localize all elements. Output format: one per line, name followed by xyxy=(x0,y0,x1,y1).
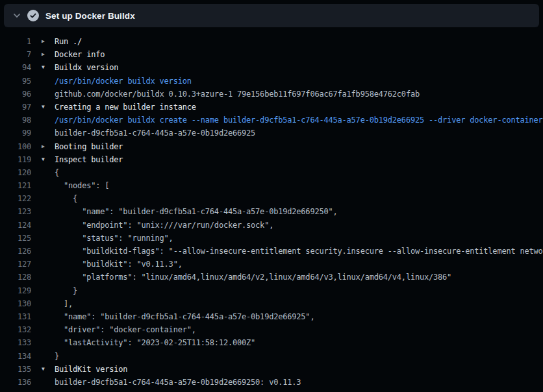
line-number-link[interactable]: 119 xyxy=(0,153,31,166)
group-arrow-icon xyxy=(31,232,55,245)
line-number-link[interactable]: 121 xyxy=(0,179,31,192)
expanded-arrow-icon[interactable]: ▼ xyxy=(31,153,55,166)
log-line: 123 "name": "builder-d9cfb5a1-c764-445a-… xyxy=(0,205,543,218)
group-arrow-icon xyxy=(31,284,55,297)
line-text: "endpoint": "unix:///var/run/docker.sock… xyxy=(55,219,543,232)
line-text: } xyxy=(55,284,543,297)
collapsed-arrow-icon[interactable]: ▶ xyxy=(31,35,55,48)
log-line: 133 "lastActivity": "2023-02-25T11:58:12… xyxy=(0,336,543,349)
line-text: "platforms": "linux/amd64,linux/amd64/v2… xyxy=(55,271,543,284)
group-arrow-icon xyxy=(31,75,55,88)
log-line: 98 /usr/bin/docker buildx create --name … xyxy=(0,114,543,127)
line-text: "nodes": [ xyxy=(55,179,543,192)
log-line: 127 "buildkit": "v0.11.3", xyxy=(0,258,543,271)
group-arrow-icon xyxy=(31,258,55,271)
line-number-link[interactable]: 94 xyxy=(0,61,31,74)
line-number-link[interactable]: 136 xyxy=(0,376,31,389)
line-number-link[interactable]: 128 xyxy=(0,271,31,284)
line-text: /usr/bin/docker buildx version xyxy=(55,75,543,88)
log-line: 95 /usr/bin/docker buildx version xyxy=(0,75,543,88)
log-line[interactable]: 7 ▶ Docker info xyxy=(0,48,543,61)
log-line: 134 } xyxy=(0,350,543,363)
log-line: 132 "driver": "docker-container", xyxy=(0,323,543,336)
log-line[interactable]: 1 ▶ Run ./ xyxy=(0,35,543,48)
log-line: 129 } xyxy=(0,284,543,297)
log-line: 122 { xyxy=(0,192,543,205)
line-number-link[interactable]: 100 xyxy=(0,140,31,153)
line-number-link[interactable]: 126 xyxy=(0,245,31,258)
group-arrow-icon xyxy=(31,336,55,349)
line-number-link[interactable]: 7 xyxy=(0,48,31,61)
group-arrow-icon xyxy=(31,114,55,127)
line-text: Creating a new builder instance xyxy=(55,101,543,114)
line-text: ], xyxy=(55,297,543,310)
line-number-link[interactable]: 124 xyxy=(0,219,31,232)
group-arrow-icon xyxy=(31,192,55,205)
log-line: 136 builder-d9cfb5a1-c764-445a-a57e-0b19… xyxy=(0,376,543,389)
line-number-link[interactable]: 99 xyxy=(0,127,31,140)
line-number-link[interactable]: 127 xyxy=(0,258,31,271)
line-text: /usr/bin/docker buildx create --name bui… xyxy=(55,114,543,127)
line-text: "driver": "docker-container", xyxy=(55,323,543,336)
group-arrow-icon xyxy=(31,205,55,218)
line-text: builder-d9cfb5a1-c764-445a-a57e-0b19d2e6… xyxy=(55,127,543,140)
log-line[interactable]: 100 ▶ Booting builder xyxy=(0,140,543,153)
group-arrow-icon xyxy=(31,271,55,284)
collapsed-arrow-icon[interactable]: ▶ xyxy=(31,140,55,153)
group-arrow-icon xyxy=(31,166,55,179)
chevron-down-icon[interactable] xyxy=(12,10,22,21)
line-text: builder-d9cfb5a1-c764-445a-a57e-0b19d2e6… xyxy=(55,376,543,389)
line-number-link[interactable]: 125 xyxy=(0,232,31,245)
expanded-arrow-icon[interactable]: ▼ xyxy=(31,101,55,114)
line-number-link[interactable]: 135 xyxy=(0,363,31,376)
group-arrow-icon xyxy=(31,245,55,258)
line-number-link[interactable]: 97 xyxy=(0,101,31,114)
line-text: Run ./ xyxy=(55,35,543,48)
log-lines: 1 ▶ Run ./ 7 ▶ Docker info 94 ▼ Buildx v… xyxy=(0,27,543,389)
log-line: 130 ], xyxy=(0,297,543,310)
group-arrow-icon xyxy=(31,376,55,389)
expanded-arrow-icon[interactable]: ▼ xyxy=(31,61,55,74)
log-line: 125 "status": "running", xyxy=(0,232,543,245)
line-number-link[interactable]: 131 xyxy=(0,310,31,323)
log-line: 120 { xyxy=(0,166,543,179)
line-text: "buildkitd-flags": "--allow-insecure-ent… xyxy=(55,245,543,258)
log-line: 99 builder-d9cfb5a1-c764-445a-a57e-0b19d… xyxy=(0,127,543,140)
line-text: { xyxy=(55,166,543,179)
log-line[interactable]: 119 ▼ Inspect builder xyxy=(0,153,543,166)
line-number-link[interactable]: 96 xyxy=(0,88,31,101)
log-line[interactable]: 135 ▼ BuildKit version xyxy=(0,363,543,376)
line-number-link[interactable]: 122 xyxy=(0,192,31,205)
expanded-arrow-icon[interactable]: ▼ xyxy=(31,363,55,376)
group-arrow-icon xyxy=(31,323,55,336)
line-text: github.com/docker/buildx 0.10.3+azure-1 … xyxy=(55,88,543,101)
line-text: "buildkit": "v0.11.3", xyxy=(55,258,543,271)
log-line[interactable]: 97 ▼ Creating a new builder instance xyxy=(0,101,543,114)
line-text: { xyxy=(55,192,543,205)
group-arrow-icon xyxy=(31,179,55,192)
line-number-link[interactable]: 95 xyxy=(0,75,31,88)
log-line: 128 "platforms": "linux/amd64,linux/amd6… xyxy=(0,271,543,284)
line-number-link[interactable]: 1 xyxy=(0,35,31,48)
line-number-link[interactable]: 129 xyxy=(0,284,31,297)
line-number-link[interactable]: 120 xyxy=(0,166,31,179)
step-header[interactable]: Set up Docker Buildx xyxy=(4,4,539,27)
line-number-link[interactable]: 98 xyxy=(0,114,31,127)
group-arrow-icon xyxy=(31,219,55,232)
log-line: 121 "nodes": [ xyxy=(0,179,543,192)
line-text: "lastActivity": "2023-02-25T11:58:12.000… xyxy=(55,336,543,349)
log-line: 131 "name": "builder-d9cfb5a1-c764-445a-… xyxy=(0,310,543,323)
line-text: Booting builder xyxy=(55,140,543,153)
collapsed-arrow-icon[interactable]: ▶ xyxy=(31,48,55,61)
line-text: Buildx version xyxy=(55,61,543,74)
line-number-link[interactable]: 132 xyxy=(0,323,31,336)
group-arrow-icon xyxy=(31,297,55,310)
line-number-link[interactable]: 133 xyxy=(0,336,31,349)
log-line: 124 "endpoint": "unix:///var/run/docker.… xyxy=(0,219,543,232)
group-arrow-icon xyxy=(31,350,55,363)
line-number-link[interactable]: 134 xyxy=(0,350,31,363)
line-number-link[interactable]: 130 xyxy=(0,297,31,310)
line-number-link[interactable]: 123 xyxy=(0,205,31,218)
log-line[interactable]: 94 ▼ Buildx version xyxy=(0,61,543,74)
line-text: "status": "running", xyxy=(55,232,543,245)
